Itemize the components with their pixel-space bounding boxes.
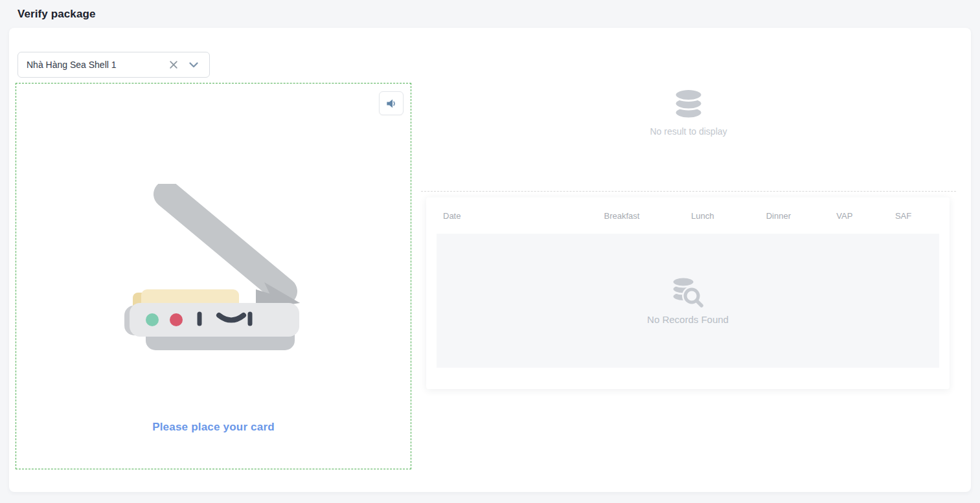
- speaker-button[interactable]: [379, 91, 404, 115]
- restaurant-select[interactable]: Nhà Hàng Sea Shell 1: [17, 52, 210, 78]
- scanner-illustration: [123, 184, 304, 355]
- table-header-row: Date Breakfast Lunch Dinner VAP SAF: [426, 197, 950, 234]
- no-records-text: No Records Found: [647, 314, 729, 325]
- column-header-lunch: Lunch: [663, 211, 742, 221]
- x-icon[interactable]: [166, 58, 181, 72]
- column-header-vap: VAP: [815, 211, 874, 221]
- column-header-saf: SAF: [874, 211, 933, 221]
- dashed-separator: [421, 191, 956, 192]
- column-header-breakfast: Breakfast: [580, 211, 664, 221]
- restaurant-select-value: Nhà Hàng Sea Shell 1: [27, 60, 166, 70]
- result-empty-state: No result to display: [421, 89, 956, 137]
- table-empty-state: No Records Found: [437, 234, 939, 368]
- chevron-down-icon[interactable]: [187, 58, 201, 72]
- scan-prompt: Please place your card: [16, 421, 411, 434]
- top-bar: Verify package: [0, 0, 980, 28]
- no-result-text: No result to display: [650, 126, 727, 137]
- column-header-date: Date: [443, 211, 580, 221]
- database-icon: [674, 89, 703, 120]
- page-title: Verify package: [17, 8, 95, 21]
- records-table: Date Breakfast Lunch Dinner VAP SAF No R…: [426, 197, 950, 389]
- content-card: Nhà Hàng Sea Shell 1: [9, 28, 971, 492]
- database-search-icon: [670, 276, 705, 309]
- speaker-icon: [385, 97, 398, 110]
- card-scan-zone: Please place your card: [16, 83, 411, 469]
- column-header-dinner: Dinner: [742, 211, 815, 221]
